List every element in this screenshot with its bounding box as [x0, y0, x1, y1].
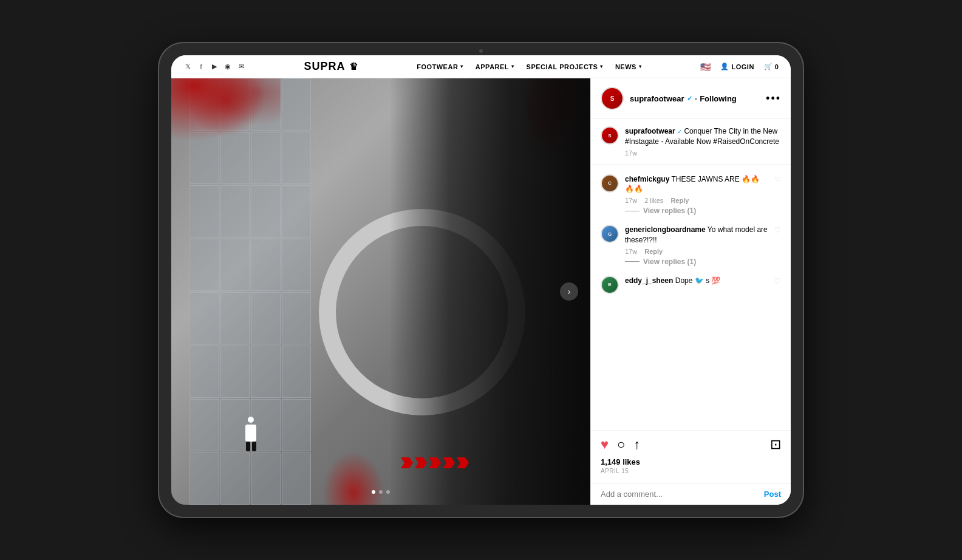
- tablet-frame: 𝕏 f ▶ ◉ ✉ SUPRA ♛ FOOTWEAR ▾ APPAREL: [159, 43, 803, 517]
- likes-count: 1,149 likes: [601, 457, 781, 466]
- nav-special-projects[interactable]: SPECIAL PROJECTS ▾: [527, 63, 603, 70]
- comment-avatar-chefmickguy[interactable]: C: [601, 174, 619, 193]
- main-nav: FOOTWEAR ▾ APPAREL ▾ SPECIAL PROJECTS ▾ …: [417, 63, 641, 70]
- youtube-icon[interactable]: ▶: [210, 63, 219, 71]
- ig-caption-user: S suprafootwear ✓ Conquer The City in th…: [601, 126, 781, 157]
- arrow-4: [443, 457, 455, 468]
- comment-avatar-genericlongboardname[interactable]: G: [601, 225, 619, 243]
- supra-logo[interactable]: SUPRA ♛: [304, 60, 358, 73]
- replies-line: [625, 211, 640, 211]
- ig-user-info: S suprafootwear ✓ • Following: [601, 87, 737, 110]
- comment-text-1: chefmickguy THESE JAWNS ARE 🔥🔥🔥🔥: [625, 174, 768, 195]
- login-button[interactable]: 👤 LOGIN: [720, 63, 754, 70]
- nav-apparel[interactable]: APPAREL ▾: [476, 63, 514, 70]
- next-slide-button[interactable]: ›: [560, 282, 578, 301]
- news-chevron-icon: ▾: [639, 64, 642, 69]
- ig-caption: S suprafootwear ✓ Conquer The City in th…: [591, 119, 791, 165]
- view-replies-text-2: View replies (1): [643, 258, 696, 266]
- twitter-icon[interactable]: 𝕏: [183, 63, 192, 71]
- comment-input[interactable]: [601, 490, 758, 499]
- post-date: APRIL 15: [601, 468, 781, 474]
- social-icons: 𝕏 f ▶ ◉ ✉: [183, 63, 245, 71]
- logo-text: SUPRA: [304, 60, 346, 73]
- ig-comments: C chefmickguy THESE JAWNS ARE 🔥🔥🔥🔥 17w 2…: [591, 165, 791, 430]
- comment-item-2: G genericlongboardname Yo what model are…: [591, 220, 791, 271]
- carousel-dots: [372, 490, 390, 494]
- comment-text-3: eddy_j_sheen Dope 🐦 s 💯: [625, 276, 768, 286]
- cart-icon: 🛒: [764, 63, 773, 70]
- ig-caption-avatar[interactable]: S: [601, 126, 619, 145]
- share-button[interactable]: ↑: [633, 438, 640, 451]
- caption-text: suprafootwear ✓ Conquer The City in the …: [625, 126, 781, 147]
- like-button[interactable]: ♥: [601, 438, 609, 451]
- tablet-screen: 𝕏 f ▶ ◉ ✉ SUPRA ♛ FOOTWEAR ▾ APPAREL: [171, 55, 791, 505]
- splatter-bottom: [317, 444, 390, 505]
- facebook-icon[interactable]: f: [197, 63, 205, 71]
- apparel-chevron-icon: ▾: [511, 64, 514, 69]
- replies-line-2: [625, 261, 640, 262]
- country-flag[interactable]: 🇺🇸: [700, 62, 711, 72]
- caption-body: suprafootwear ✓ Conquer The City in the …: [625, 126, 781, 157]
- caption-time: 17w: [625, 149, 781, 157]
- comment-time-2: 17w: [625, 248, 637, 255]
- comment-heart-1[interactable]: ♡: [774, 174, 781, 184]
- top-nav: 𝕏 f ▶ ◉ ✉ SUPRA ♛ FOOTWEAR ▾ APPAREL: [171, 55, 791, 78]
- arrow-3: [429, 457, 441, 468]
- comment-content-1: chefmickguy THESE JAWNS ARE 🔥🔥🔥🔥 17w 2 l…: [625, 174, 768, 216]
- comment-heart-3[interactable]: ♡: [774, 276, 781, 285]
- special-chevron-icon: ▾: [600, 64, 603, 69]
- splatter-top-left: [171, 78, 281, 151]
- instagram-icon[interactable]: ◉: [223, 63, 232, 71]
- comment-content-3: eddy_j_sheen Dope 🐦 s 💯: [625, 276, 768, 286]
- reply-button-2[interactable]: Reply: [644, 248, 663, 255]
- post-comment-button[interactable]: Post: [764, 490, 781, 499]
- dot-2[interactable]: [379, 490, 383, 494]
- comment-item: C chefmickguy THESE JAWNS ARE 🔥🔥🔥🔥 17w 2…: [591, 169, 791, 220]
- more-options-button[interactable]: •••: [766, 92, 781, 105]
- ig-username-display: suprafootwear ✓ • Following: [630, 94, 737, 103]
- email-icon[interactable]: ✉: [237, 63, 245, 71]
- view-replies-2[interactable]: View replies (1): [625, 258, 768, 266]
- comment-meta-1: 17w 2 likes Reply: [625, 197, 768, 204]
- nav-right: 🇺🇸 👤 LOGIN 🛒 0: [700, 62, 779, 72]
- arrow-2: [415, 457, 427, 468]
- nav-footwear[interactable]: FOOTWEAR ▾: [417, 63, 463, 70]
- user-icon: 👤: [720, 63, 729, 70]
- reply-button-1[interactable]: Reply: [670, 197, 689, 204]
- verified-icon: ✓: [687, 95, 692, 103]
- comment-heart-2[interactable]: ♡: [774, 225, 781, 234]
- view-replies-text-1: View replies (1): [643, 207, 696, 215]
- dot-1[interactable]: [372, 490, 375, 494]
- arrow-1: [401, 457, 413, 468]
- following-label[interactable]: Following: [700, 94, 737, 103]
- dot-3[interactable]: [386, 490, 390, 494]
- hero-image: ›: [171, 78, 590, 505]
- nav-news[interactable]: NEWS ▾: [615, 63, 642, 70]
- bullet-separator: •: [695, 94, 698, 103]
- content-area: › S supraf: [171, 78, 791, 505]
- comment-item-3: E eddy_j_sheen Dope 🐦 s 💯 ♡: [591, 271, 791, 299]
- ig-profile-avatar[interactable]: S: [601, 87, 624, 110]
- hero-section: ›: [171, 78, 590, 505]
- comment-button[interactable]: ○: [617, 438, 625, 451]
- comment-content-2: genericlongboardname Yo what model are t…: [625, 225, 768, 266]
- arrow-5: [457, 457, 469, 468]
- footwear-chevron-icon: ▾: [460, 64, 463, 69]
- comment-meta-2: 17w Reply: [625, 248, 768, 255]
- save-button[interactable]: ⊡: [770, 437, 781, 452]
- ig-actions: ♥ ○ ↑ ⊡ 1,149 likes APRIL 15: [591, 430, 791, 483]
- red-arrows: [401, 457, 469, 468]
- view-replies-1[interactable]: View replies (1): [625, 207, 768, 215]
- comment-text-2: genericlongboardname Yo what model are t…: [625, 225, 768, 245]
- cart-button[interactable]: 🛒 0: [764, 63, 779, 70]
- logo-crown-icon: ♛: [349, 61, 358, 72]
- person-figure: [244, 417, 258, 450]
- ig-comment-input: Post: [591, 483, 791, 505]
- comment-time-1: 17w: [625, 197, 637, 204]
- ig-header: S suprafootwear ✓ • Following •••: [591, 78, 791, 119]
- comment-likes-1: 2 likes: [644, 197, 663, 204]
- ig-username-block: suprafootwear ✓ • Following: [630, 94, 737, 103]
- comment-avatar-eddy[interactable]: E: [601, 276, 619, 294]
- instagram-panel: S suprafootwear ✓ • Following •••: [590, 78, 791, 505]
- action-buttons: ♥ ○ ↑ ⊡: [601, 437, 781, 452]
